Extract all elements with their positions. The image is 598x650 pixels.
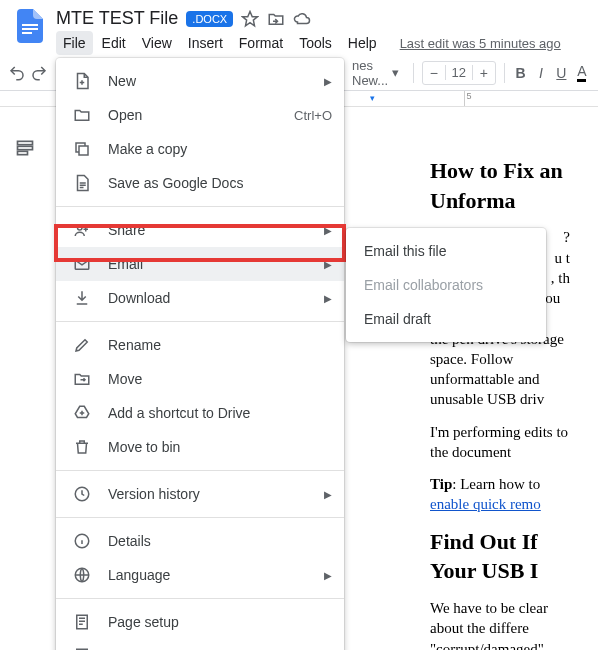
history-icon — [72, 484, 92, 504]
download-icon — [72, 288, 92, 308]
menu-save-gdocs[interactable]: Save as Google Docs — [56, 166, 344, 200]
bold-button[interactable]: B — [512, 60, 528, 86]
chevron-right-icon: ▶ — [324, 293, 332, 304]
underline-button[interactable]: U — [553, 60, 569, 86]
email-icon — [72, 254, 92, 274]
menu-details[interactable]: Details — [56, 524, 344, 558]
cloud-status-icon[interactable] — [293, 10, 311, 28]
left-rail — [0, 108, 50, 650]
docx-badge: .DOCX — [186, 11, 233, 27]
separator — [56, 517, 344, 518]
menu-file[interactable]: File — [56, 31, 93, 55]
svg-rect-0 — [22, 24, 38, 26]
globe-icon — [72, 565, 92, 585]
copy-icon — [72, 139, 92, 159]
doc-heading: Find Out If Your USB I — [430, 527, 570, 586]
star-icon[interactable] — [241, 10, 259, 28]
menu-view[interactable]: View — [135, 31, 179, 55]
menu-new[interactable]: New ▶ — [56, 64, 344, 98]
menu-format[interactable]: Format — [232, 31, 290, 55]
text-color-button[interactable]: A — [574, 60, 590, 86]
drive-shortcut-icon — [72, 403, 92, 423]
chevron-right-icon: ▶ — [324, 225, 332, 236]
ruler-mark: 5 — [464, 91, 599, 106]
font-size-control[interactable]: − 12 + — [422, 61, 496, 85]
menu-email[interactable]: Email ▶ — [56, 247, 344, 281]
doc-paragraph: Tip: Learn how to enable quick remo — [430, 474, 570, 515]
font-size-decrease[interactable]: − — [423, 65, 445, 81]
menu-insert[interactable]: Insert — [181, 31, 230, 55]
menu-open[interactable]: Open Ctrl+O — [56, 98, 344, 132]
separator — [56, 206, 344, 207]
print-preview-icon — [72, 646, 92, 650]
separator — [56, 470, 344, 471]
menu-tools[interactable]: Tools — [292, 31, 339, 55]
svg-rect-2 — [22, 32, 32, 34]
menu-share[interactable]: Share ▶ — [56, 213, 344, 247]
separator — [56, 598, 344, 599]
menu-add-shortcut[interactable]: Add a shortcut to Drive — [56, 396, 344, 430]
email-submenu: Email this file Email collaborators Emai… — [346, 228, 546, 342]
menu-language[interactable]: Language ▶ — [56, 558, 344, 592]
menu-rename[interactable]: Rename — [56, 328, 344, 362]
doc-paragraph: I'm performing edits to the document — [430, 422, 570, 463]
redo-button[interactable] — [30, 60, 48, 86]
submenu-email-draft[interactable]: Email draft — [346, 302, 546, 336]
rename-icon — [72, 335, 92, 355]
separator — [504, 63, 505, 83]
svg-point-7 — [78, 226, 83, 231]
undo-button[interactable] — [8, 60, 26, 86]
move-folder-icon[interactable] — [267, 10, 285, 28]
svg-rect-4 — [18, 146, 33, 149]
menu-move-to-bin[interactable]: Move to bin — [56, 430, 344, 464]
trash-icon — [72, 437, 92, 457]
menu-print-preview[interactable]: Print preview — [56, 639, 344, 650]
last-edit-link[interactable]: Last edit was 5 minutes ago — [400, 36, 561, 51]
svg-rect-3 — [18, 141, 33, 144]
svg-rect-5 — [18, 151, 28, 154]
menu-move[interactable]: Move — [56, 362, 344, 396]
new-doc-icon — [72, 71, 92, 91]
info-icon — [72, 531, 92, 551]
file-menu-dropdown: New ▶ Open Ctrl+O Make a copy Save as Go… — [56, 58, 344, 650]
docs-icon — [72, 173, 92, 193]
submenu-email-file[interactable]: Email this file — [346, 234, 546, 268]
italic-button[interactable]: I — [533, 60, 549, 86]
menu-page-setup[interactable]: Page setup — [56, 605, 344, 639]
chevron-right-icon: ▶ — [324, 76, 332, 87]
chevron-right-icon: ▶ — [324, 570, 332, 581]
ruler-mark: 4 — [329, 91, 464, 106]
doc-link[interactable]: enable quick remo — [430, 496, 541, 512]
move-icon — [72, 369, 92, 389]
chevron-right-icon: ▶ — [324, 489, 332, 500]
doc-title[interactable]: MTE TEST File — [56, 8, 178, 29]
menu-download[interactable]: Download ▶ — [56, 281, 344, 315]
separator — [413, 63, 414, 83]
font-family-label: nes New... — [352, 58, 388, 88]
share-icon — [72, 220, 92, 240]
chevron-down-icon: ▾ — [392, 65, 399, 80]
menu-make-copy[interactable]: Make a copy — [56, 132, 344, 166]
font-size-value[interactable]: 12 — [445, 65, 473, 80]
svg-rect-6 — [79, 146, 88, 155]
font-size-increase[interactable]: + — [473, 65, 495, 81]
submenu-email-collaborators: Email collaborators — [346, 268, 546, 302]
separator — [56, 321, 344, 322]
menu-version-history[interactable]: Version history ▶ — [56, 477, 344, 511]
shortcut-label: Ctrl+O — [294, 108, 332, 123]
menu-help[interactable]: Help — [341, 31, 384, 55]
folder-icon — [72, 105, 92, 125]
menubar: File Edit View Insert Format Tools Help … — [56, 31, 586, 55]
svg-rect-1 — [22, 28, 38, 30]
docs-logo[interactable] — [12, 8, 48, 44]
doc-paragraph: We have to be clear about the differe "c… — [430, 598, 570, 650]
chevron-right-icon: ▶ — [324, 259, 332, 270]
page-setup-icon — [72, 612, 92, 632]
menu-edit[interactable]: Edit — [95, 31, 133, 55]
font-family-select[interactable]: nes New... ▾ — [346, 58, 405, 88]
outline-icon[interactable] — [15, 138, 35, 158]
doc-heading: How to Fix an Unforma — [430, 156, 570, 215]
